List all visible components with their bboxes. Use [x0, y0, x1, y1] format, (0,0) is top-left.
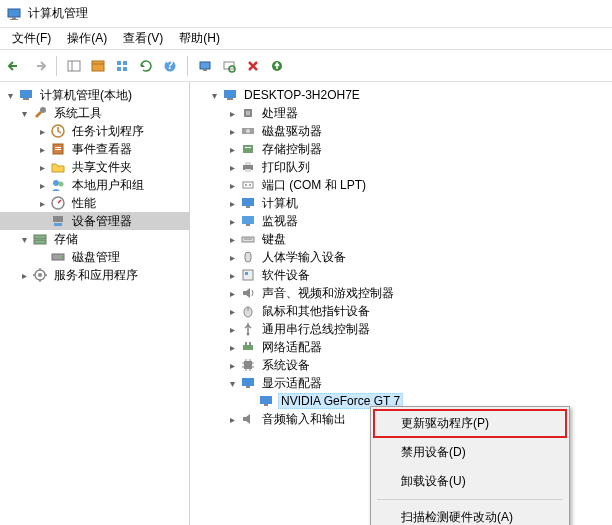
right-storage-controllers[interactable]: ▸存储控制器 — [190, 140, 612, 158]
svg-rect-56 — [245, 252, 251, 262]
cm-disable-device[interactable]: 禁用设备(D) — [373, 438, 567, 467]
chevron-right-icon[interactable]: ▸ — [226, 215, 238, 227]
right-monitors[interactable]: ▸监视器 — [190, 212, 612, 230]
mouse-icon — [240, 303, 256, 319]
chevron-right-icon[interactable]: ▸ — [226, 197, 238, 209]
svg-point-35 — [38, 273, 42, 277]
chevron-down-icon[interactable]: ▾ — [226, 377, 238, 389]
chevron-down-icon[interactable]: ▾ — [18, 233, 30, 245]
toolbar-computer[interactable] — [194, 55, 216, 77]
right-system-devices[interactable]: ▸系统设备 — [190, 356, 612, 374]
forward-button[interactable] — [28, 55, 50, 77]
chevron-right-icon[interactable]: ▸ — [226, 287, 238, 299]
svg-rect-68 — [260, 396, 272, 404]
menu-file[interactable]: 文件(F) — [4, 28, 59, 49]
right-usb[interactable]: ▸通用串行总线控制器 — [190, 320, 612, 338]
chevron-right-icon[interactable]: ▸ — [226, 413, 238, 425]
node-label: 设备管理器 — [70, 213, 134, 230]
right-disk-drives[interactable]: ▸磁盘驱动器 — [190, 122, 612, 140]
chevron-right-icon[interactable]: ▸ — [226, 143, 238, 155]
chevron-right-icon[interactable]: ▸ — [226, 125, 238, 137]
chevron-right-icon[interactable]: ▸ — [226, 251, 238, 263]
right-processors[interactable]: ▸处理器 — [190, 104, 612, 122]
menu-help[interactable]: 帮助(H) — [171, 28, 228, 49]
left-task-scheduler[interactable]: ▸ 任务计划程序 — [0, 122, 189, 140]
left-disk-management[interactable]: ▸ 磁盘管理 — [0, 248, 189, 266]
svg-point-41 — [246, 129, 250, 133]
svg-rect-52 — [242, 216, 254, 224]
chevron-right-icon[interactable]: ▸ — [226, 233, 238, 245]
left-performance[interactable]: ▸ 性能 — [0, 194, 189, 212]
svg-rect-18 — [20, 90, 32, 98]
svg-rect-30 — [34, 235, 46, 239]
right-print-queue[interactable]: ▸打印队列 — [190, 158, 612, 176]
chevron-right-icon[interactable]: ▸ — [36, 143, 48, 155]
cm-uninstall-device[interactable]: 卸载设备(U) — [373, 467, 567, 496]
chevron-down-icon[interactable]: ▾ — [4, 89, 16, 101]
right-sound-video[interactable]: ▸声音、视频和游戏控制器 — [190, 284, 612, 302]
left-device-manager[interactable]: ▸ 设备管理器 — [0, 212, 189, 230]
left-root[interactable]: ▾ 计算机管理(本地) — [0, 86, 189, 104]
chevron-right-icon[interactable]: ▸ — [226, 305, 238, 317]
toolbar-panel2[interactable] — [87, 55, 109, 77]
back-button[interactable] — [4, 55, 26, 77]
node-label: 磁盘驱动器 — [260, 123, 324, 140]
chevron-right-icon[interactable]: ▸ — [226, 179, 238, 191]
svg-point-20 — [40, 107, 46, 113]
toolbar-scan[interactable] — [218, 55, 240, 77]
chevron-down-icon[interactable]: ▾ — [208, 89, 220, 101]
chevron-right-icon[interactable]: ▸ — [226, 107, 238, 119]
left-event-viewer[interactable]: ▸ 事件查看器 — [0, 140, 189, 158]
display-adapter-icon — [240, 375, 256, 391]
right-tree-pane[interactable]: ▾ DESKTOP-3H2OH7E ▸处理器 ▸磁盘驱动器 ▸存储控制器 ▸打印… — [190, 82, 612, 525]
right-root[interactable]: ▾ DESKTOP-3H2OH7E — [190, 86, 612, 104]
chevron-right-icon[interactable]: ▸ — [226, 323, 238, 335]
port-icon — [240, 177, 256, 193]
svg-rect-42 — [243, 145, 253, 153]
left-shared-folders[interactable]: ▸ 共享文件夹 — [0, 158, 189, 176]
menu-action[interactable]: 操作(A) — [59, 28, 115, 49]
svg-rect-67 — [246, 386, 250, 388]
svg-rect-43 — [245, 147, 251, 148]
right-hid[interactable]: ▸人体学输入设备 — [190, 248, 612, 266]
node-label: 软件设备 — [260, 267, 312, 284]
cm-update-driver[interactable]: 更新驱动程序(P) — [373, 409, 567, 438]
chevron-right-icon[interactable]: ▸ — [226, 341, 238, 353]
toolbar-delete[interactable] — [242, 55, 264, 77]
chevron-right-icon[interactable]: ▸ — [36, 125, 48, 137]
toolbar-separator — [187, 56, 188, 76]
svg-rect-45 — [245, 162, 251, 165]
chevron-right-icon[interactable]: ▸ — [226, 359, 238, 371]
toolbar-help[interactable]: ? — [159, 55, 181, 77]
right-software-devices[interactable]: ▸软件设备 — [190, 266, 612, 284]
toolbar-grid[interactable] — [111, 55, 133, 77]
node-label: 共享文件夹 — [70, 159, 134, 176]
chevron-right-icon[interactable]: ▸ — [36, 161, 48, 173]
right-display-adapters[interactable]: ▾显示适配器 — [190, 374, 612, 392]
svg-rect-24 — [55, 149, 61, 150]
left-storage[interactable]: ▾ 存储 — [0, 230, 189, 248]
toolbar-enable[interactable] — [266, 55, 288, 77]
chevron-right-icon[interactable]: ▸ — [36, 197, 48, 209]
svg-rect-14 — [203, 69, 207, 71]
right-mice[interactable]: ▸鼠标和其他指针设备 — [190, 302, 612, 320]
cm-scan-hardware[interactable]: 扫描检测硬件改动(A) — [373, 503, 567, 525]
right-keyboards[interactable]: ▸键盘 — [190, 230, 612, 248]
right-computer[interactable]: ▸计算机 — [190, 194, 612, 212]
right-ports[interactable]: ▸端口 (COM 和 LPT) — [190, 176, 612, 194]
chevron-right-icon[interactable]: ▸ — [226, 269, 238, 281]
left-local-users[interactable]: ▸ 本地用户和组 — [0, 176, 189, 194]
menu-view[interactable]: 查看(V) — [115, 28, 171, 49]
left-services[interactable]: ▸ 服务和应用程序 — [0, 266, 189, 284]
chevron-right-icon[interactable]: ▸ — [226, 161, 238, 173]
left-tree-pane[interactable]: ▾ 计算机管理(本地) ▾ 系统工具 ▸ 任务计划程序 ▸ 事件查看器 ▸ 共享… — [0, 82, 190, 525]
chevron-down-icon[interactable]: ▾ — [18, 107, 30, 119]
chevron-right-icon[interactable]: ▸ — [18, 269, 30, 281]
toolbar-panel1[interactable] — [63, 55, 85, 77]
toolbar-refresh[interactable] — [135, 55, 157, 77]
node-label: 监视器 — [260, 213, 300, 230]
chevron-right-icon[interactable]: ▸ — [36, 179, 48, 191]
left-system-tools[interactable]: ▾ 系统工具 — [0, 104, 189, 122]
right-network[interactable]: ▸网络适配器 — [190, 338, 612, 356]
app-icon — [6, 6, 22, 22]
